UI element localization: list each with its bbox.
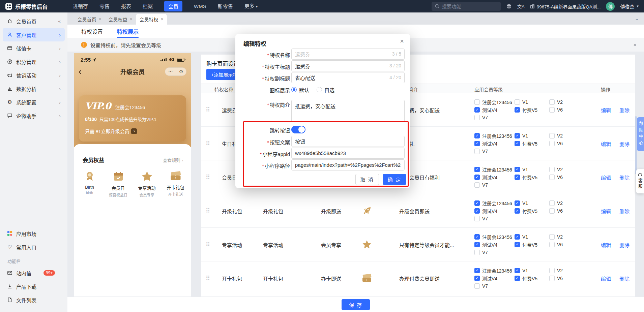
menu-item-purchase[interactable]: 进销存 — [73, 0, 88, 12]
confirm-button[interactable]: 确 定 — [383, 174, 406, 185]
level-checkbox[interactable] — [549, 141, 555, 146]
level-checkbox[interactable] — [515, 107, 520, 113]
menu-item-member[interactable]: 会员 — [164, 1, 182, 11]
user-avatar[interactable]: 傅 — [606, 2, 615, 11]
level-checkbox[interactable] — [474, 175, 480, 180]
level-checkbox[interactable] — [515, 268, 520, 273]
level-checkbox[interactable] — [474, 250, 480, 255]
close-tab-icon[interactable] — [129, 17, 132, 22]
company-switcher[interactable]: 99675-A组新界面果蔬版QA测... — [530, 3, 601, 10]
tab-member-privileges[interactable]: 会员特权 — [136, 14, 167, 25]
level-checkbox[interactable] — [549, 268, 555, 273]
level-checkbox[interactable] — [474, 107, 480, 113]
level-checkbox[interactable] — [474, 208, 480, 214]
level-checkbox[interactable] — [474, 133, 480, 138]
level-checkbox[interactable] — [474, 200, 480, 206]
collapse-sidebar-icon[interactable] — [58, 19, 61, 24]
appid-input[interactable] — [291, 148, 405, 159]
radio-custom[interactable]: 自选 — [317, 86, 334, 93]
jump-button-toggle[interactable] — [291, 126, 305, 133]
delete-link[interactable]: 删除 — [619, 275, 630, 282]
sidebar-item-customer-mgmt[interactable]: 客户管理 — [3, 28, 65, 41]
edit-link[interactable]: 编辑 — [601, 275, 611, 282]
level-checkbox[interactable] — [474, 182, 480, 188]
close-tab-icon[interactable] — [160, 17, 163, 22]
level-checkbox[interactable] — [515, 175, 520, 180]
menu-item-retail[interactable]: 零售 — [99, 0, 110, 12]
menu-item-more[interactable]: 更多 — [244, 0, 258, 13]
drag-handle-icon[interactable] — [206, 275, 210, 282]
path-input[interactable] — [291, 159, 405, 170]
drag-handle-icon[interactable] — [206, 174, 210, 181]
level-checkbox[interactable] — [549, 200, 555, 206]
level-checkbox[interactable] — [474, 115, 480, 120]
level-checkbox[interactable] — [515, 242, 520, 247]
sidebar-item-stored-card[interactable]: 储值卡 — [3, 41, 65, 55]
subtab-privilege-settings[interactable]: 特权设置 — [81, 25, 103, 38]
sidebar-item-inbox[interactable]: 站内信 99+ — [3, 266, 65, 280]
drag-handle-icon[interactable] — [206, 207, 210, 215]
level-checkbox[interactable] — [549, 234, 555, 240]
level-checkbox[interactable] — [515, 141, 520, 146]
delete-link[interactable]: 删除 — [619, 174, 630, 181]
subtitle-input[interactable] — [291, 60, 405, 71]
level-checkbox[interactable] — [515, 200, 520, 206]
level-checkbox[interactable] — [474, 242, 480, 247]
close-banner-icon[interactable] — [633, 42, 637, 48]
sidebar-item-product-download[interactable]: 产品下载 — [3, 280, 65, 293]
level-checkbox[interactable] — [474, 167, 480, 172]
level-checkbox[interactable] — [474, 283, 480, 289]
level-checkbox[interactable] — [474, 149, 480, 154]
level-checkbox[interactable] — [549, 133, 555, 138]
edit-link[interactable]: 编辑 — [601, 174, 611, 181]
level-checkbox[interactable] — [549, 276, 555, 281]
level-checkbox[interactable] — [474, 216, 480, 221]
sidebar-item-app-market[interactable]: 应用市场 — [3, 227, 65, 240]
level-checkbox[interactable] — [474, 268, 480, 273]
tab-member-home[interactable]: 会员首页 — [74, 14, 105, 25]
radio-default[interactable]: 默认 — [291, 86, 309, 93]
search-input[interactable] — [442, 4, 494, 9]
printer-icon[interactable] — [506, 3, 512, 9]
edit-link[interactable]: 编辑 — [601, 140, 611, 147]
drag-handle-icon[interactable] — [206, 106, 210, 114]
tab-member-benefits[interactable]: 会员权益 — [105, 14, 136, 25]
level-checkbox[interactable] — [549, 242, 555, 247]
save-button[interactable]: 保 存 — [342, 299, 370, 310]
delete-link[interactable]: 删除 — [619, 207, 630, 214]
drag-handle-icon[interactable] — [206, 241, 210, 248]
modal-close-icon[interactable] — [400, 38, 404, 44]
level-checkbox[interactable] — [474, 99, 480, 105]
sidebar-item-system-config[interactable]: ⚙ 系统配置 — [3, 95, 65, 109]
menu-item-archive[interactable]: 档案 — [143, 0, 153, 12]
level-checkbox[interactable] — [549, 167, 555, 172]
sidebar-item-marketing[interactable]: 营销活动 — [3, 68, 65, 82]
level-checkbox[interactable] — [474, 234, 480, 240]
intro-textarea[interactable]: 抵运费，安心配送 — [291, 100, 405, 122]
level-checkbox[interactable] — [549, 99, 555, 105]
level-checkbox[interactable] — [515, 276, 520, 281]
level-checkbox[interactable] — [515, 234, 520, 240]
level-checkbox[interactable] — [549, 208, 555, 214]
sidebar-item-file-list[interactable]: 文件列表 — [3, 293, 65, 307]
level-checkbox[interactable] — [474, 276, 480, 281]
level-checkbox[interactable] — [515, 99, 520, 105]
user-menu[interactable]: 傅俊杰 — [620, 3, 639, 10]
help-center-tab[interactable]: 帮助中心 — [637, 117, 644, 151]
sidebar-item-member-home[interactable]: 会员首页 — [3, 14, 65, 28]
translate-icon[interactable]: 文A — [517, 3, 525, 9]
level-checkbox[interactable] — [549, 107, 555, 113]
level-checkbox[interactable] — [515, 133, 520, 138]
menu-item-new-retail[interactable]: 新零售 — [218, 0, 233, 12]
tab-list-chevron-icon[interactable] — [635, 16, 639, 21]
edit-link[interactable]: 编辑 — [601, 241, 611, 248]
level-checkbox[interactable] — [515, 167, 520, 172]
edit-link[interactable]: 编辑 — [601, 207, 611, 214]
sidebar-item-points-mgmt[interactable]: 积分管理 — [3, 55, 65, 68]
subtitle2-input[interactable] — [291, 72, 405, 83]
close-tab-icon[interactable] — [98, 17, 101, 22]
delete-link[interactable]: 删除 — [619, 140, 630, 147]
sidebar-item-common-entries[interactable]: ♡ 常用入口 — [3, 240, 65, 254]
edit-link[interactable]: 编辑 — [601, 106, 611, 113]
drag-handle-icon[interactable] — [206, 140, 210, 147]
